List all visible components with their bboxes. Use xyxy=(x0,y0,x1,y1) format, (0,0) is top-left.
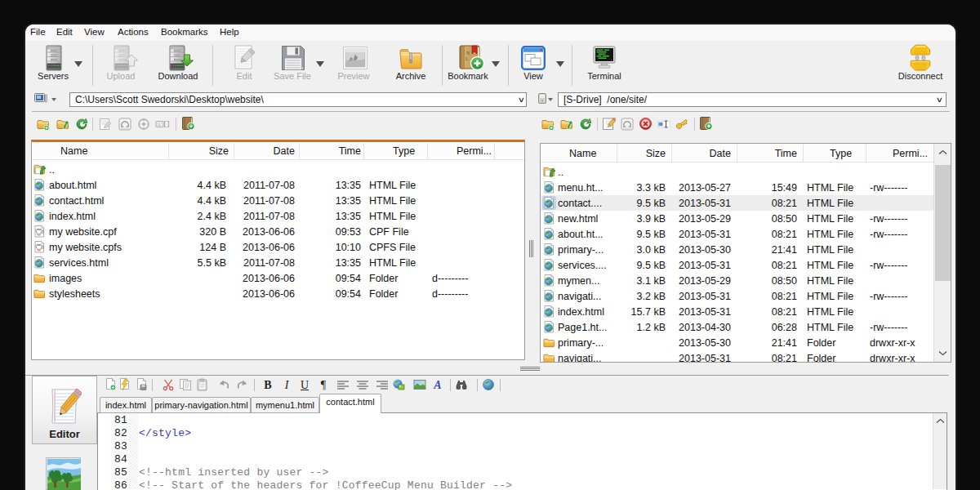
svg-text:N: N xyxy=(466,51,470,56)
svg-text:L: L xyxy=(466,56,469,61)
